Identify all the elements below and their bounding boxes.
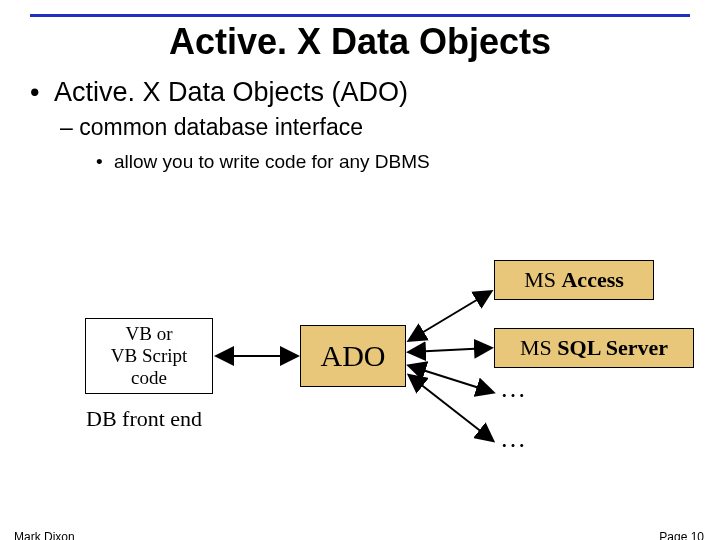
svg-line-1 bbox=[410, 292, 490, 340]
slide: Active. X Data Objects •Active. X Data O… bbox=[0, 14, 720, 540]
bullet-level-2: – common database interface bbox=[60, 114, 690, 141]
footer-page: Page 10 bbox=[659, 530, 704, 540]
ellipsis-2: … bbox=[500, 424, 526, 454]
vb-line-1: VB or bbox=[126, 323, 173, 345]
bullet-dot: • bbox=[96, 151, 114, 173]
slide-title: Active. X Data Objects bbox=[30, 21, 690, 63]
footer-author: Mark Dixon bbox=[14, 530, 75, 540]
svg-line-4 bbox=[410, 376, 492, 440]
bullet-level-3: •allow you to write code for any DBMS bbox=[96, 151, 690, 173]
svg-line-3 bbox=[410, 366, 492, 392]
sql-name: SQL Server bbox=[557, 335, 668, 360]
ado-label: ADO bbox=[321, 339, 386, 373]
vb-line-2: VB Script bbox=[111, 345, 188, 367]
box-ms-access: MS Access bbox=[494, 260, 654, 300]
ellipsis-1: … bbox=[500, 374, 526, 404]
bullet-dot: • bbox=[30, 77, 54, 108]
sql-prefix: MS bbox=[520, 335, 557, 360]
box-ado: ADO bbox=[300, 325, 406, 387]
vb-caption: DB front end bbox=[86, 406, 202, 432]
title-rule bbox=[30, 14, 690, 17]
bullet-l1-text: Active. X Data Objects (ADO) bbox=[54, 77, 408, 107]
vb-line-3: code bbox=[131, 367, 167, 389]
access-name: Access bbox=[561, 267, 623, 292]
access-prefix: MS bbox=[524, 267, 561, 292]
bullet-l2-text: – common database interface bbox=[60, 114, 363, 140]
box-ms-sql-server: MS SQL Server bbox=[494, 328, 694, 368]
bullet-level-1: •Active. X Data Objects (ADO) bbox=[30, 77, 690, 108]
svg-line-2 bbox=[410, 348, 490, 352]
box-vb-code: VB or VB Script code bbox=[85, 318, 213, 394]
bullet-l3-text: allow you to write code for any DBMS bbox=[114, 151, 430, 172]
